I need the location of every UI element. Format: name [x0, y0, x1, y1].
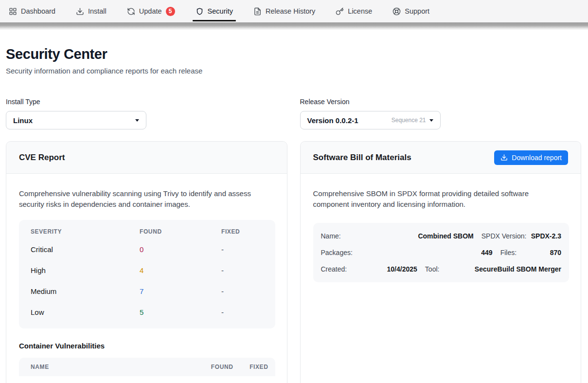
nav-tab-support[interactable]: Support — [392, 0, 429, 22]
info-value: SecureBuild SBOM Merger — [475, 265, 561, 273]
nav-label: Dashboard — [21, 7, 55, 15]
nav-label: Update — [139, 7, 162, 15]
chevron-down-icon — [429, 119, 433, 122]
info-label: Created: — [321, 265, 366, 273]
dashboard-icon — [9, 7, 17, 16]
fixed-count: - — [221, 287, 264, 295]
info-value: 10/4/2025 — [366, 265, 425, 273]
refresh-icon — [127, 7, 135, 16]
found-count: 7 — [140, 287, 221, 295]
found-count: 5 — [140, 308, 221, 316]
nav-label: Security — [208, 7, 233, 15]
table-row: Low 5 - — [19, 302, 275, 323]
sbom-card-header: Software Bill of Materials Download repo… — [301, 142, 581, 174]
nav-tab-release-history[interactable]: Release History — [253, 0, 315, 22]
nav-tab-update[interactable]: Update 5 — [127, 0, 175, 22]
nav-shadow — [0, 22, 588, 30]
release-sequence: Sequence 21 — [392, 117, 426, 124]
cve-card-body: Comprehensive vulnerability scanning usi… — [6, 174, 287, 376]
nav-tab-dashboard[interactable]: Dashboard — [9, 0, 55, 22]
page-subtitle: Security information and compliance repo… — [6, 67, 581, 75]
severity-name: Low — [31, 308, 140, 316]
table-row: Created: 10/4/2025 Tool: SecureBuild SBO… — [321, 261, 562, 277]
download-report-button[interactable]: Download report — [494, 150, 568, 165]
severity-table: SEVERITY FOUND FIXED Critical 0 - High 4… — [19, 220, 275, 328]
container-vulnerabilities-title: Container Vulnerabilities — [19, 342, 275, 350]
fixed-count: - — [221, 266, 264, 274]
cards-row: CVE Report Comprehensive vulnerability s… — [6, 141, 581, 383]
nav-label: Support — [405, 7, 429, 15]
found-count: 4 — [140, 266, 221, 274]
container-table-header: NAME FOUND FIXED — [19, 358, 275, 376]
cve-card-title: CVE Report — [19, 153, 65, 163]
sbom-card-title: Software Bill of Materials — [313, 153, 411, 163]
col-fixed: FIXED — [221, 228, 264, 235]
download-icon — [500, 154, 508, 161]
install-type-select[interactable]: Linux — [6, 111, 146, 129]
main-content: Security Center Security information and… — [0, 46, 588, 383]
release-version-label: Release Version — [300, 98, 582, 106]
install-type-filter: Install Type Linux — [6, 98, 287, 129]
nav-label: Release History — [266, 7, 315, 15]
release-version-value: Version 0.0.2-1 — [307, 116, 392, 125]
nav-tab-security[interactable]: Security — [196, 0, 233, 22]
download-report-label: Download report — [512, 154, 562, 162]
install-type-label: Install Type — [6, 98, 287, 106]
download-icon — [76, 7, 84, 16]
table-row: Medium 7 - — [19, 281, 275, 302]
top-nav: Dashboard Install Update 5 Security Rele… — [0, 0, 588, 22]
nav-tab-license[interactable]: License — [336, 0, 372, 22]
release-version-select[interactable]: Version 0.0.2-1 Sequence 21 — [300, 111, 441, 129]
col-severity: SEVERITY — [31, 228, 140, 235]
info-label: Tool: — [425, 265, 475, 273]
info-label: Name: — [321, 232, 366, 240]
page-title: Security Center — [6, 46, 581, 62]
severity-name: Critical — [31, 245, 140, 254]
install-type-value: Linux — [13, 116, 135, 125]
sbom-description: Comprehensive SBOM in SPDX format provid… — [313, 188, 562, 209]
table-row: High 4 - — [19, 260, 275, 281]
release-version-filter: Release Version Version 0.0.2-1 Sequence… — [300, 98, 582, 129]
cve-report-card: CVE Report Comprehensive vulnerability s… — [6, 141, 287, 383]
sbom-info-table: Name: Combined SBOM SPDX Version: SPDX-2… — [313, 223, 570, 282]
shield-icon — [196, 7, 204, 16]
chevron-down-icon — [135, 119, 139, 122]
table-row: Packages: 449 Files: 870 — [321, 244, 562, 261]
col-found: FOUND — [140, 228, 221, 235]
info-label: SPDX Version: — [481, 232, 531, 240]
file-text-icon — [253, 7, 262, 16]
nav-label: Install — [88, 7, 107, 15]
fixed-count: - — [221, 245, 264, 254]
fixed-count: - — [221, 308, 264, 316]
update-count-badge: 5 — [166, 7, 175, 16]
key-icon — [336, 7, 344, 16]
col-found: FOUND — [190, 364, 233, 370]
col-name: NAME — [31, 364, 190, 370]
sbom-card: Software Bill of Materials Download repo… — [300, 141, 582, 383]
sbom-card-body: Comprehensive SBOM in SPDX format provid… — [301, 174, 581, 282]
info-label: Files: — [500, 249, 550, 256]
table-row: Name: Combined SBOM SPDX Version: SPDX-2… — [321, 228, 562, 244]
cve-description: Comprehensive vulnerability scanning usi… — [19, 188, 274, 209]
info-value: Combined SBOM — [366, 232, 481, 240]
info-value: SPDX-2.3 — [531, 232, 561, 240]
info-label: Packages: — [321, 249, 366, 256]
severity-name: High — [31, 266, 140, 274]
nav-label: License — [348, 7, 372, 15]
cve-card-header: CVE Report — [6, 142, 287, 174]
severity-name: Medium — [31, 287, 140, 295]
col-fixed: FIXED — [233, 364, 268, 370]
life-buoy-icon — [392, 7, 401, 16]
info-value: 449 — [366, 249, 500, 256]
found-count: 0 — [140, 245, 221, 254]
severity-table-header: SEVERITY FOUND FIXED — [19, 228, 275, 239]
nav-tab-install[interactable]: Install — [76, 0, 107, 22]
table-row: Critical 0 - — [19, 239, 275, 260]
info-value: 870 — [550, 249, 561, 256]
filters-row: Install Type Linux Release Version Versi… — [6, 98, 581, 129]
